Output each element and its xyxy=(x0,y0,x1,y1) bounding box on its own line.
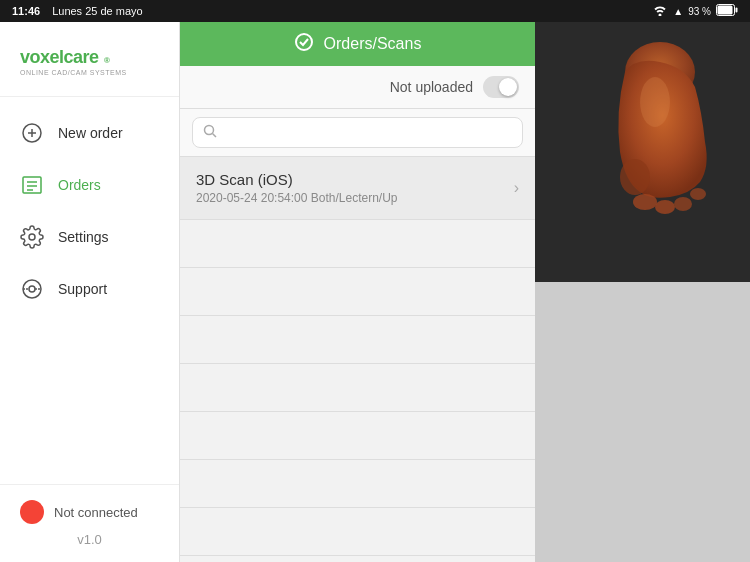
logo: voxelcare ® xyxy=(20,47,159,68)
scan-item[interactable]: 3D Scan (iOS) 2020-05-24 20:54:00 Both/L… xyxy=(180,157,535,220)
svg-rect-1 xyxy=(736,8,738,13)
status-time: 11:46 xyxy=(12,5,40,17)
logo-registered: ® xyxy=(104,56,109,65)
sidebar-label-settings: Settings xyxy=(58,229,109,245)
connection-label: Not connected xyxy=(54,505,138,520)
panel-check-icon xyxy=(294,32,314,57)
gray-area xyxy=(535,282,750,562)
empty-row xyxy=(180,364,535,412)
svg-point-16 xyxy=(205,126,214,135)
version-text: v1.0 xyxy=(20,532,159,547)
support-icon xyxy=(20,277,44,301)
not-uploaded-toggle[interactable] xyxy=(483,76,519,98)
logo-area: voxelcare ® ONLINE CAD/CAM SYSTEMS xyxy=(0,32,179,97)
sidebar-label-orders: Orders xyxy=(58,177,101,193)
svg-point-21 xyxy=(674,197,692,211)
empty-row xyxy=(180,508,535,556)
search-input[interactable] xyxy=(223,125,512,141)
scan-list: 3D Scan (iOS) 2020-05-24 20:54:00 Both/L… xyxy=(180,157,535,562)
svg-point-22 xyxy=(690,188,706,200)
search-wrapper xyxy=(192,117,523,148)
empty-row xyxy=(180,268,535,316)
status-bar: 11:46 Lunes 25 de mayo ▲ 93 % xyxy=(0,0,750,22)
orders-panel: Orders/Scans Not uploaded xyxy=(180,22,535,562)
svg-point-15 xyxy=(296,34,312,50)
sidebar-label-support: Support xyxy=(58,281,107,297)
empty-row xyxy=(180,220,535,268)
battery-icon xyxy=(716,4,738,18)
sidebar-bottom: Not connected v1.0 xyxy=(0,484,179,562)
sidebar: voxelcare ® ONLINE CAD/CAM SYSTEMS New o… xyxy=(0,22,180,562)
wifi-icon xyxy=(652,4,668,18)
panel-filter: Not uploaded xyxy=(180,66,535,109)
logo-voxel: voxel xyxy=(20,47,64,67)
new-order-icon xyxy=(20,121,44,145)
status-icons: ▲ 93 % xyxy=(652,4,738,18)
search-bar xyxy=(180,109,535,157)
logo-care: care xyxy=(64,47,99,67)
svg-point-20 xyxy=(655,200,675,214)
filter-label: Not uploaded xyxy=(390,79,473,95)
content-area: Orders/Scans Not uploaded xyxy=(180,22,750,562)
svg-point-24 xyxy=(640,77,670,127)
sidebar-label-new-order: New order xyxy=(58,125,123,141)
sidebar-item-support[interactable]: Support xyxy=(0,263,179,315)
empty-row xyxy=(180,316,535,364)
signal-icon: ▲ xyxy=(673,6,683,17)
svg-point-12 xyxy=(29,286,35,292)
panel-header: Orders/Scans xyxy=(180,22,535,66)
scan-item-info: 3D Scan (iOS) 2020-05-24 20:54:00 Both/L… xyxy=(196,171,397,205)
svg-point-23 xyxy=(620,159,650,195)
settings-icon xyxy=(20,225,44,249)
orders-icon xyxy=(20,173,44,197)
empty-row xyxy=(180,412,535,460)
scan-chevron-icon: › xyxy=(514,179,519,197)
svg-point-19 xyxy=(633,194,657,210)
scan-date: 2020-05-24 20:54:00 Both/Lectern/Up xyxy=(196,191,397,205)
sidebar-item-new-order[interactable]: New order xyxy=(0,107,179,159)
logo-subtitle: ONLINE CAD/CAM SYSTEMS xyxy=(20,69,159,76)
svg-rect-2 xyxy=(718,6,733,15)
connection-dot xyxy=(20,500,44,524)
3d-placeholder xyxy=(535,22,750,282)
empty-row xyxy=(180,556,535,562)
panel-title: Orders/Scans xyxy=(324,35,422,53)
main-layout: voxelcare ® ONLINE CAD/CAM SYSTEMS New o… xyxy=(0,22,750,562)
scan-3d-view xyxy=(535,22,750,282)
empty-row xyxy=(180,460,535,508)
scan-name: 3D Scan (iOS) xyxy=(196,171,397,188)
foot-model-svg xyxy=(590,32,730,242)
connection-status: Not connected xyxy=(20,500,159,524)
svg-line-17 xyxy=(213,134,217,138)
right-panel xyxy=(535,22,750,562)
sidebar-item-settings[interactable]: Settings xyxy=(0,211,179,263)
status-date: Lunes 25 de mayo xyxy=(52,5,143,17)
search-icon xyxy=(203,124,217,141)
sidebar-item-orders[interactable]: Orders xyxy=(0,159,179,211)
empty-rows xyxy=(180,220,535,562)
battery-text: 93 % xyxy=(688,6,711,17)
sidebar-nav: New order Orders xyxy=(0,97,179,484)
svg-point-10 xyxy=(29,234,35,240)
